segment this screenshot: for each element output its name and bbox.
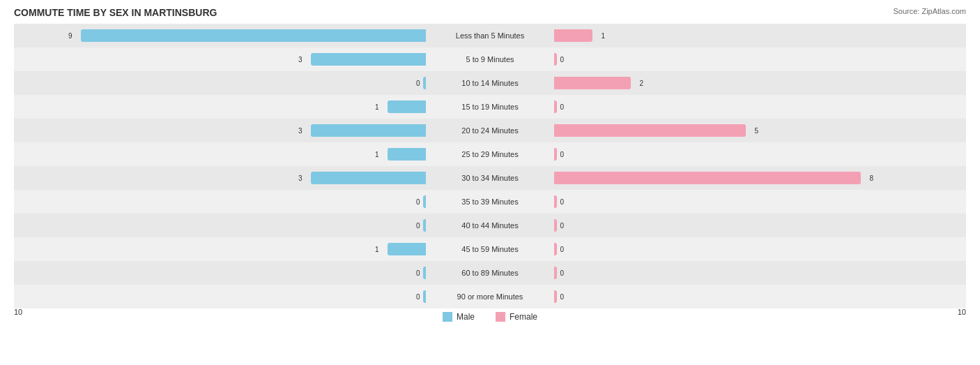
row-label: 5 to 9 Minutes — [427, 55, 553, 64]
male-side: 1 — [14, 237, 427, 261]
female-value: 8 — [869, 174, 873, 182]
legend-female-label: Female — [510, 312, 537, 322]
chart-row: 0 90 or more Minutes 0 — [14, 285, 966, 308]
male-bar: 3 — [311, 53, 426, 66]
dual-bar-row: 1 45 to 59 Minutes 0 — [14, 237, 966, 261]
male-side: 0 — [14, 190, 427, 214]
male-bar: 0 — [423, 77, 426, 89]
female-bar: 2 — [554, 77, 631, 89]
female-value: 5 — [754, 127, 758, 135]
chart-row: 3 20 to 24 Minutes 5 — [14, 119, 966, 142]
female-side: 2 — [553, 71, 966, 95]
chart-row: 1 25 to 29 Minutes 0 — [14, 142, 966, 166]
chart-row: 0 35 to 39 Minutes 0 — [14, 190, 966, 214]
dual-bar-row: 0 10 to 14 Minutes 2 — [14, 71, 966, 95]
male-side: 9 — [14, 24, 427, 47]
legend-male: Male — [443, 312, 475, 322]
chart-row: 0 60 to 89 Minutes 0 — [14, 261, 966, 285]
male-side: 0 — [14, 261, 427, 285]
dual-bar-row: 1 15 to 19 Minutes 0 — [14, 95, 966, 119]
female-side: 0 — [553, 214, 966, 237]
female-value: 0 — [560, 269, 564, 277]
female-bar: 0 — [554, 267, 557, 279]
female-bar: 0 — [554, 148, 557, 161]
female-side: 1 — [553, 24, 966, 47]
title-row: COMMUTE TIME BY SEX IN MARTINSBURG Sourc… — [14, 7, 966, 18]
row-label: 40 to 44 Minutes — [427, 221, 553, 230]
female-value: 0 — [560, 56, 564, 64]
female-value: 0 — [560, 222, 564, 230]
male-value: 0 — [416, 198, 420, 206]
male-bar: 0 — [423, 195, 426, 208]
male-side: 0 — [14, 214, 427, 237]
row-label: 20 to 24 Minutes — [427, 126, 553, 135]
female-value: 0 — [560, 246, 564, 253]
male-value: 9 — [68, 32, 72, 40]
female-bar: 0 — [554, 195, 557, 208]
legend-male-label: Male — [457, 312, 475, 322]
male-bar: 1 — [388, 148, 426, 161]
male-side: 1 — [14, 142, 427, 166]
dual-bar-row: 0 35 to 39 Minutes 0 — [14, 190, 966, 214]
male-bar: 3 — [311, 172, 426, 184]
row-label: 45 to 59 Minutes — [427, 245, 553, 253]
dual-bar-row: 3 20 to 24 Minutes 5 — [14, 119, 966, 142]
female-bar: 0 — [554, 290, 557, 303]
female-value: 0 — [560, 151, 564, 158]
female-side: 0 — [553, 285, 966, 308]
male-value: 3 — [298, 174, 303, 182]
row-label: 10 to 14 Minutes — [427, 79, 553, 87]
female-side: 0 — [553, 190, 966, 214]
dual-bar-row: 0 40 to 44 Minutes 0 — [14, 214, 966, 237]
female-bar: 5 — [554, 124, 746, 137]
male-side: 3 — [14, 47, 427, 71]
legend-female-box — [496, 312, 505, 322]
female-bar: 0 — [554, 219, 557, 232]
female-value: 0 — [560, 198, 564, 206]
row-label: 35 to 39 Minutes — [427, 198, 553, 206]
male-bar: 0 — [423, 219, 426, 232]
chart-container: COMMUTE TIME BY SEX IN MARTINSBURG Sourc… — [0, 0, 980, 365]
male-value: 0 — [416, 269, 420, 277]
male-bar: 1 — [388, 243, 426, 255]
dual-bar-row: 1 25 to 29 Minutes 0 — [14, 142, 966, 166]
female-bar: 0 — [554, 100, 557, 113]
row-label: 15 to 19 Minutes — [427, 103, 553, 111]
chart-row: 1 45 to 59 Minutes 0 — [14, 237, 966, 261]
female-value: 0 — [560, 103, 564, 111]
row-label: Less than 5 Minutes — [427, 31, 553, 40]
male-side: 0 — [14, 285, 427, 308]
male-side: 3 — [14, 119, 427, 142]
chart-area: 9 Less than 5 Minutes 1 3 5 to 9 Minutes — [14, 24, 966, 305]
chart-row: 9 Less than 5 Minutes 1 — [14, 24, 966, 47]
legend: Male Female — [443, 312, 537, 322]
male-side: 3 — [14, 166, 427, 190]
male-side: 1 — [14, 95, 427, 119]
dual-bar-row: 3 5 to 9 Minutes 0 — [14, 47, 966, 71]
male-value: 0 — [416, 222, 420, 230]
female-bar: 1 — [554, 29, 592, 42]
male-bar: 1 — [388, 100, 426, 113]
female-value: 2 — [639, 80, 643, 87]
male-bar: 3 — [311, 124, 426, 137]
female-side: 0 — [553, 142, 966, 166]
row-label: 30 to 34 Minutes — [427, 174, 553, 182]
chart-row: 3 5 to 9 Minutes 0 — [14, 47, 966, 71]
female-side: 0 — [553, 261, 966, 285]
female-value: 0 — [560, 293, 564, 301]
dual-bar-row: 0 90 or more Minutes 0 — [14, 285, 966, 308]
chart-row: 0 10 to 14 Minutes 2 — [14, 71, 966, 95]
row-label: 25 to 29 Minutes — [427, 150, 553, 158]
chart-row: 0 40 to 44 Minutes 0 — [14, 214, 966, 237]
female-bar: 8 — [554, 172, 861, 184]
x-axis-left: 10 — [14, 308, 22, 322]
male-value: 0 — [416, 293, 420, 301]
chart-title: COMMUTE TIME BY SEX IN MARTINSBURG — [14, 7, 217, 18]
legend-male-box — [443, 312, 452, 322]
legend-female: Female — [496, 312, 537, 322]
female-side: 0 — [553, 237, 966, 261]
female-bar: 0 — [554, 243, 557, 255]
female-bar: 0 — [554, 53, 557, 66]
male-side: 0 — [14, 71, 427, 95]
male-value: 1 — [375, 246, 379, 253]
